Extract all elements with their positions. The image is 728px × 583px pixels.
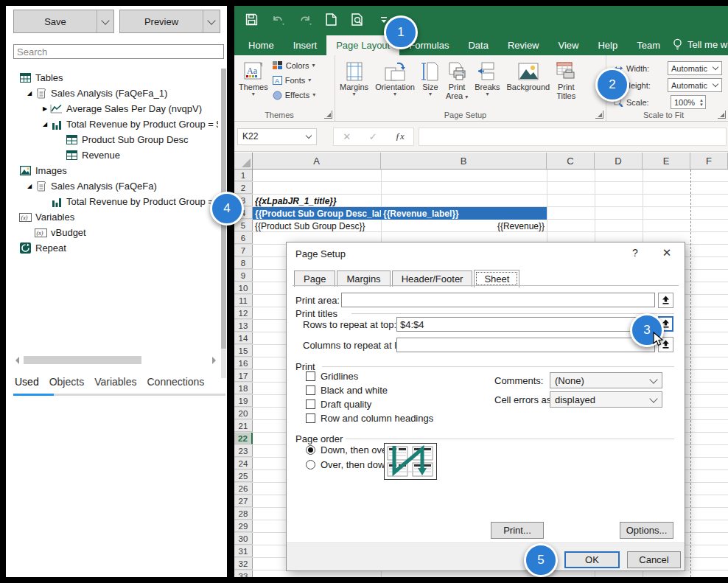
insert-function-icon[interactable]: ƒx (395, 130, 404, 142)
row-header-9[interactable]: 9 (234, 270, 253, 282)
row-header-23[interactable]: 23 (234, 445, 253, 457)
cancel-button[interactable]: Cancel (627, 551, 681, 568)
cell-A4[interactable]: {{Product Sub Group Desc_label}} (253, 207, 381, 220)
select-all-corner[interactable] (234, 153, 253, 169)
row-header-11[interactable]: 11 (234, 295, 253, 307)
collapse-icon[interactable]: ◢ (26, 90, 33, 97)
row-header-19[interactable]: 19 (234, 395, 253, 407)
ok-button[interactable]: OK (564, 551, 620, 568)
formula-input[interactable] (419, 128, 727, 146)
row-header-10[interactable]: 10 (234, 282, 253, 294)
print-dialog-button[interactable]: Print... (491, 522, 544, 539)
tree-item-images[interactable]: Images (10, 163, 218, 178)
column-header-D[interactable]: D (595, 153, 643, 169)
column-header-C[interactable]: C (547, 153, 595, 169)
panel-tab-used[interactable]: Used (15, 376, 39, 392)
colors-button[interactable]: Colors▾ (273, 59, 315, 72)
row-header-13[interactable]: 13 (234, 320, 253, 332)
search-input[interactable] (13, 44, 224, 59)
row-header-15[interactable]: 15 (234, 345, 253, 357)
scale-dialog-launcher-icon[interactable] (718, 111, 726, 119)
over-then-down-radio[interactable]: Over, then down (306, 459, 391, 470)
name-box[interactable]: K22 (237, 128, 317, 145)
options-button[interactable]: Options... (620, 522, 673, 539)
row-header-18[interactable]: 18 (234, 383, 253, 394)
orientation-button[interactable]: Orientation▾ (375, 57, 415, 100)
row-header-31[interactable]: 31 (234, 545, 253, 557)
cols-repeat-input[interactable] (396, 338, 655, 352)
tree-item-product-sub-group-desc[interactable]: Product Sub Group Desc (10, 132, 218, 147)
ribbon-tab-data[interactable]: Data (458, 35, 497, 55)
tree-item-average-sales-per-day-nvqpv[interactable]: ▶Average Sales Per Day (nvqpV) (10, 101, 218, 116)
row-header-8[interactable]: 8 (234, 257, 253, 269)
cancel-entry-icon[interactable]: ✕ (343, 131, 351, 142)
row-header-29[interactable]: 29 (234, 520, 253, 532)
row-header-20[interactable]: 20 (234, 408, 253, 419)
tree-item-variables[interactable]: (x)Variables (10, 209, 218, 225)
cell-A5[interactable]: {{Product Sub Group Desc}} (255, 220, 380, 232)
draft-quality-checkbox[interactable]: Draft quality (306, 399, 371, 410)
tree-item-total-revenue-by-product-group[interactable]: Total Revenue by Product Group = $ (10, 194, 218, 209)
row-header-33[interactable]: 33 (234, 570, 253, 577)
cell-errors-dropdown[interactable]: displayed (550, 391, 662, 408)
tab-header-footer[interactable]: Header/Footer (392, 270, 473, 287)
print-area-input[interactable] (341, 293, 655, 307)
save-button[interactable]: Save (13, 10, 114, 33)
down-then-over-radio[interactable]: Down, then over (306, 444, 391, 455)
row-header-27[interactable]: 27 (234, 495, 253, 507)
row-header-32[interactable]: 32 (234, 558, 253, 570)
save-icon[interactable] (243, 12, 259, 28)
tree-item-vbudget[interactable]: (x)vBudget (10, 225, 218, 240)
dialog-close-icon[interactable]: ✕ (659, 246, 674, 259)
tree-item-sales-analysis-faqefa-1[interactable]: ◢Sales Analysis (FaQeFa_1) (10, 85, 218, 101)
row-header-22[interactable]: 22 (234, 433, 253, 444)
cell-A3[interactable]: {{xLpabJR_1_title}} (255, 195, 380, 207)
print-area-button[interactable]: PrintArea ▾ (446, 57, 468, 100)
ribbon-tab-view[interactable]: View (549, 35, 589, 55)
row-header-6[interactable]: 6 (234, 232, 253, 244)
panel-tab-objects[interactable]: Objects (49, 376, 84, 392)
preview-dropdown-button[interactable] (203, 10, 220, 32)
new-document-icon[interactable] (323, 12, 339, 28)
tree-item-total-revenue-by-product-group-6[interactable]: ◢Total Revenue by Product Group = $6 (10, 116, 218, 132)
panel-horizontal-scrollbar[interactable] (12, 355, 220, 366)
scroll-right-icon[interactable] (212, 357, 220, 364)
column-header-E[interactable]: E (643, 153, 690, 169)
column-header-F[interactable]: F (690, 153, 728, 169)
tree-item-revenue[interactable]: Revenue (10, 147, 218, 163)
gridlines-checkbox[interactable]: Gridlines (306, 371, 358, 382)
redo-icon[interactable] (296, 12, 312, 28)
scroll-left-icon[interactable] (12, 357, 19, 364)
column-header-A[interactable]: A (253, 153, 381, 169)
themes-dialog-launcher-icon[interactable] (324, 111, 332, 119)
black-and-white-checkbox[interactable]: Black and white (306, 385, 388, 396)
ribbon-tab-team[interactable]: Team (627, 35, 670, 55)
ribbon-tab-review[interactable]: Review (498, 35, 549, 55)
print-preview-icon[interactable] (349, 12, 365, 28)
row-header-26[interactable]: 26 (234, 483, 253, 495)
themes-button[interactable]: Aa Themes ▾ (239, 57, 268, 102)
enter-entry-icon[interactable]: ✓ (369, 131, 377, 142)
rows-repeat-input[interactable]: $4:$4 (396, 317, 655, 332)
collapse-icon[interactable]: ◢ (41, 121, 49, 128)
cell-B5[interactable]: {{Revenue}} (381, 220, 545, 232)
print-titles-button[interactable]: PrintTitles (556, 57, 575, 100)
effects-button[interactable]: Effects▾ (273, 88, 315, 102)
preview-button[interactable]: Preview (119, 10, 220, 33)
margins-button[interactable]: Margins▾ (340, 57, 368, 100)
panel-tab-variables[interactable]: Variables (94, 376, 136, 392)
tab-margins[interactable]: Margins (337, 270, 390, 287)
tell-me-box[interactable]: Tell me wha (670, 34, 728, 55)
row-header-16[interactable]: 16 (234, 357, 253, 369)
ribbon-tab-help[interactable]: Help (588, 35, 627, 55)
tab-page[interactable]: Page (294, 270, 335, 287)
header-row-4[interactable]: {{Product Sub Group Desc_label}} {{Reven… (253, 207, 547, 220)
tree-item-repeat[interactable]: Repeat (10, 240, 218, 256)
cell-B4[interactable]: {{Revenue_label}} (381, 207, 547, 220)
row-header-12[interactable]: 12 (234, 307, 253, 319)
fonts-button[interactable]: AFonts▾ (273, 74, 315, 87)
column-header-B[interactable]: B (381, 153, 547, 169)
scrollbar-thumb[interactable] (24, 356, 141, 364)
background-button[interactable]: Background (507, 57, 550, 100)
row-header-1[interactable]: 1 (234, 170, 253, 181)
